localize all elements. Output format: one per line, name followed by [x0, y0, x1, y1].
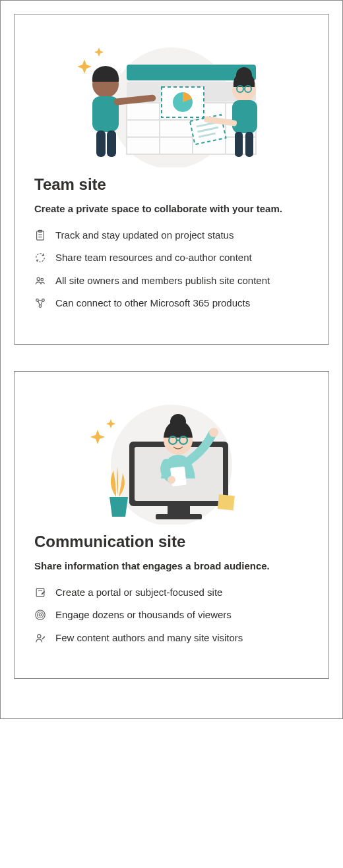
list-item-text: Engage dozens or thousands of viewers	[55, 608, 309, 623]
list-item: Create a portal or subject-focused site	[34, 585, 309, 600]
team-site-feature-list: Track and stay updated on project status…	[34, 228, 309, 311]
svg-point-61	[38, 612, 44, 618]
svg-point-38	[39, 305, 42, 308]
svg-rect-20	[96, 130, 106, 157]
list-item-text: Can connect to other Microsoft 365 produ…	[55, 296, 309, 311]
svg-rect-49	[218, 494, 235, 510]
team-collaboration-illustration-icon	[73, 42, 270, 167]
team-site-illustration	[34, 29, 309, 167]
clipboard-icon	[34, 229, 46, 241]
communication-site-feature-list: Create a portal or subject-focused site …	[34, 585, 309, 646]
svg-rect-29	[245, 132, 253, 157]
author-icon	[34, 632, 46, 644]
communication-site-card[interactable]: Communication site Share information tha…	[14, 371, 329, 679]
svg-marker-2	[94, 47, 104, 57]
svg-rect-28	[235, 132, 243, 157]
svg-point-35	[41, 278, 44, 281]
list-item-text: All site owners and members publish site…	[55, 274, 309, 289]
sync-icon	[34, 252, 46, 264]
svg-rect-26	[232, 100, 257, 133]
svg-marker-44	[106, 419, 115, 428]
svg-marker-1	[77, 59, 92, 74]
svg-point-34	[37, 277, 40, 281]
svg-rect-47	[168, 506, 190, 514]
list-item: All site owners and members publish site…	[34, 274, 309, 289]
broadcast-icon	[34, 609, 46, 621]
list-item-text: Few content authors and many site visito…	[55, 631, 309, 646]
communication-site-title: Communication site	[34, 533, 309, 551]
svg-point-55	[209, 428, 218, 437]
team-site-title: Team site	[34, 175, 309, 194]
list-item: Can connect to other Microsoft 365 produ…	[34, 296, 309, 311]
svg-point-63	[38, 634, 41, 637]
svg-marker-43	[90, 430, 105, 444]
svg-line-39	[38, 301, 40, 305]
communication-broadcast-illustration-icon	[73, 399, 270, 525]
svg-rect-48	[156, 514, 202, 519]
team-site-card[interactable]: Team site Create a private space to coll…	[14, 14, 329, 345]
svg-rect-30	[37, 231, 44, 240]
svg-point-57	[168, 476, 175, 484]
list-item-text: Share team resources and co-author conte…	[55, 250, 309, 266]
svg-point-60	[39, 614, 42, 616]
list-item: Track and stay updated on project status	[34, 228, 309, 243]
list-item-text: Create a portal or subject-focused site	[55, 585, 309, 600]
connector-icon	[34, 297, 46, 309]
list-item: Few content authors and many site visito…	[34, 631, 309, 646]
svg-point-37	[42, 299, 45, 302]
list-item: Engage dozens or thousands of viewers	[34, 608, 309, 623]
list-item-text: Track and stay updated on project status	[55, 228, 309, 243]
people-icon	[34, 275, 46, 287]
list-item: Share team resources and co-author conte…	[34, 250, 309, 266]
communication-site-illustration	[34, 386, 309, 525]
svg-point-36	[36, 299, 39, 302]
svg-rect-21	[107, 130, 116, 157]
team-site-subtitle: Create a private space to collaborate wi…	[34, 202, 309, 216]
page-icon	[34, 587, 46, 598]
svg-line-40	[41, 301, 42, 305]
communication-site-subtitle: Share information that engages a broad a…	[34, 559, 309, 573]
